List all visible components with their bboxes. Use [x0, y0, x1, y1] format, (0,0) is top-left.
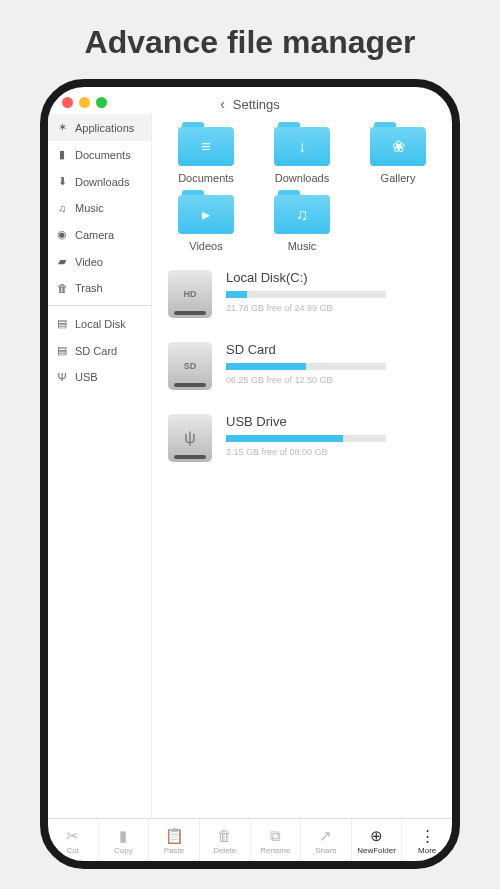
- drive-free-text: 2.15 GB free of 08.00 GB: [226, 447, 444, 457]
- toolbar-label: NewFolder: [357, 846, 396, 855]
- drive-name: Local Disk(C:): [226, 270, 444, 285]
- sidebar: ✶Applications▮Documents⬇Downloads♫Music◉…: [48, 112, 152, 818]
- camera-icon: ◉: [56, 228, 68, 241]
- drive-meta: Local Disk(C:)21.78 GB free of 24.89 GB: [226, 270, 444, 313]
- drive-icon: SD: [168, 342, 212, 390]
- folder-grid: ≡Documents↓Downloads❀Gallery▸Videos♫Musi…: [160, 122, 444, 252]
- sidebar-item-camera[interactable]: ◉Camera: [48, 221, 151, 248]
- sidebar-item-label: SD Card: [75, 345, 117, 357]
- folder-music[interactable]: ♫Music: [256, 190, 348, 252]
- sd card-icon: ▤: [56, 344, 68, 357]
- sidebar-item-downloads[interactable]: ⬇Downloads: [48, 168, 151, 195]
- newfolder-icon: ⊕: [370, 827, 383, 843]
- phone-frame: ‹ Settings ✶Applications▮Documents⬇Downl…: [40, 79, 460, 869]
- toolbar-label: More: [418, 846, 436, 855]
- folder-label: Music: [288, 240, 317, 252]
- sidebar-item-local-disk[interactable]: ▤Local Disk: [48, 310, 151, 337]
- paste-icon: 📋: [165, 827, 184, 843]
- copy-button[interactable]: ▮Copy: [99, 819, 150, 861]
- video-icon: ▰: [56, 255, 68, 268]
- usage-bar: [226, 363, 386, 370]
- sidebar-item-documents[interactable]: ▮Documents: [48, 141, 151, 168]
- sidebar-item-label: Music: [75, 202, 104, 214]
- paste-button[interactable]: 📋Paste: [149, 819, 200, 861]
- drive-meta: SD Card06.25 GB free of 12.50 GB: [226, 342, 444, 385]
- toolbar-label: Copy: [114, 846, 133, 855]
- close-icon[interactable]: [62, 97, 73, 108]
- drive-name: SD Card: [226, 342, 444, 357]
- folder-label: Videos: [189, 240, 222, 252]
- usb-icon: Ψ: [56, 371, 68, 383]
- toolbar-label: Share: [315, 846, 336, 855]
- drive-icon: [168, 414, 212, 462]
- cut-button[interactable]: ✂Cut: [48, 819, 99, 861]
- bottom-toolbar: ✂Cut▮Copy📋Paste🗑Delete⧉Rename↗Share⊕NewF…: [48, 818, 452, 861]
- drive-name: USB Drive: [226, 414, 444, 429]
- more-icon: ⋮: [420, 827, 435, 843]
- applications-icon: ✶: [56, 121, 68, 134]
- sidebar-item-label: Video: [75, 256, 103, 268]
- sidebar-item-trash[interactable]: 🗑Trash: [48, 275, 151, 301]
- sidebar-divider: [48, 305, 151, 306]
- folder-gallery[interactable]: ❀Gallery: [352, 122, 444, 184]
- folder-label: Documents: [178, 172, 234, 184]
- sidebar-item-label: Camera: [75, 229, 114, 241]
- rename-button[interactable]: ⧉Rename: [251, 819, 302, 861]
- folder-label: Downloads: [275, 172, 329, 184]
- cut-icon: ✂: [66, 827, 79, 843]
- sidebar-item-sd-card[interactable]: ▤SD Card: [48, 337, 151, 364]
- delete-icon: 🗑: [217, 827, 232, 843]
- drive-free-text: 21.78 GB free of 24.89 GB: [226, 303, 444, 313]
- usage-bar: [226, 435, 386, 442]
- drive-meta: USB Drive2.15 GB free of 08.00 GB: [226, 414, 444, 457]
- folder-icon: ↓: [274, 122, 330, 166]
- more-button[interactable]: ⋮More: [402, 819, 452, 861]
- sidebar-item-label: Applications: [75, 122, 134, 134]
- drive-sd-card[interactable]: SDSD Card06.25 GB free of 12.50 GB: [160, 342, 444, 390]
- sidebar-item-label: Trash: [75, 282, 103, 294]
- music-icon: ♫: [56, 202, 68, 214]
- minimize-icon[interactable]: [79, 97, 90, 108]
- sidebar-item-usb[interactable]: ΨUSB: [48, 364, 151, 390]
- folder-icon: ♫: [274, 190, 330, 234]
- sidebar-item-label: Local Disk: [75, 318, 126, 330]
- main-panel: ≡Documents↓Downloads❀Gallery▸Videos♫Musi…: [152, 112, 452, 818]
- toolbar-label: Paste: [164, 846, 184, 855]
- downloads-icon: ⬇: [56, 175, 68, 188]
- usage-bar: [226, 291, 386, 298]
- trash-icon: 🗑: [56, 282, 68, 294]
- maximize-icon[interactable]: [96, 97, 107, 108]
- newfolder-button[interactable]: ⊕NewFolder: [352, 819, 403, 861]
- folder-documents[interactable]: ≡Documents: [160, 122, 252, 184]
- sidebar-item-applications[interactable]: ✶Applications: [48, 114, 151, 141]
- folder-label: Gallery: [381, 172, 416, 184]
- sidebar-item-label: USB: [75, 371, 98, 383]
- copy-icon: ▮: [119, 827, 127, 843]
- drive-icon: HD: [168, 270, 212, 318]
- local disk-icon: ▤: [56, 317, 68, 330]
- sidebar-item-music[interactable]: ♫Music: [48, 195, 151, 221]
- documents-icon: ▮: [56, 148, 68, 161]
- delete-button[interactable]: 🗑Delete: [200, 819, 251, 861]
- drive-free-text: 06.25 GB free of 12.50 GB: [226, 375, 444, 385]
- folder-icon: ❀: [370, 122, 426, 166]
- toolbar-label: Rename: [260, 846, 290, 855]
- sidebar-item-label: Downloads: [75, 176, 129, 188]
- share-icon: ↗: [319, 827, 332, 843]
- folder-downloads[interactable]: ↓Downloads: [256, 122, 348, 184]
- folder-icon: ≡: [178, 122, 234, 166]
- drive-local-disk-c-[interactable]: HDLocal Disk(C:)21.78 GB free of 24.89 G…: [160, 270, 444, 318]
- rename-icon: ⧉: [270, 827, 281, 843]
- share-button[interactable]: ↗Share: [301, 819, 352, 861]
- sidebar-item-label: Documents: [75, 149, 131, 161]
- folder-videos[interactable]: ▸Videos: [160, 190, 252, 252]
- toolbar-label: Cut: [67, 846, 79, 855]
- window-controls: [48, 87, 452, 112]
- toolbar-label: Delete: [213, 846, 236, 855]
- folder-icon: ▸: [178, 190, 234, 234]
- drive-usb-drive[interactable]: USB Drive2.15 GB free of 08.00 GB: [160, 414, 444, 462]
- sidebar-item-video[interactable]: ▰Video: [48, 248, 151, 275]
- marketing-title: Advance file manager: [0, 0, 500, 79]
